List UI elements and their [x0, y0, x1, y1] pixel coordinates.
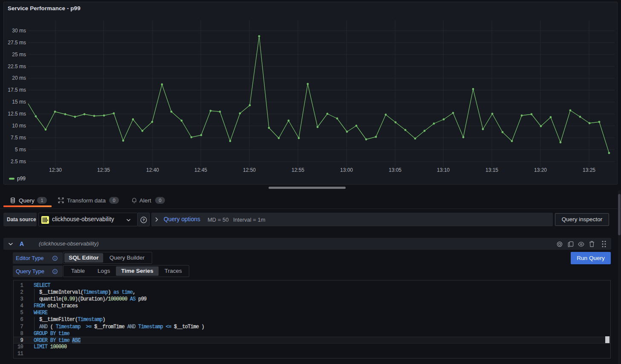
svg-text:30 ms: 30 ms: [12, 28, 26, 34]
svg-text:13:25: 13:25: [583, 167, 595, 173]
svg-text:13:05: 13:05: [389, 167, 401, 173]
svg-text:12:35: 12:35: [97, 167, 110, 173]
svg-text:20 ms: 20 ms: [12, 75, 26, 81]
svg-text:?: ?: [142, 217, 145, 222]
svg-text:12:30: 12:30: [49, 167, 62, 173]
svg-text:13:00: 13:00: [340, 167, 353, 173]
svg-text:p99: p99: [17, 176, 26, 182]
svg-text:13:15: 13:15: [485, 167, 498, 173]
svg-text:12:45: 12:45: [194, 167, 207, 173]
svg-text:12:50: 12:50: [243, 167, 256, 173]
svg-text:17.5 ms: 17.5 ms: [8, 87, 26, 93]
svg-text:13:20: 13:20: [534, 167, 547, 173]
svg-text:12:40: 12:40: [146, 167, 159, 173]
svg-text:22.5 ms: 22.5 ms: [8, 64, 26, 69]
svg-text:12.5 ms: 12.5 ms: [8, 111, 26, 117]
svg-text:27.5 ms: 27.5 ms: [8, 40, 26, 46]
svg-text:12:55: 12:55: [292, 167, 304, 173]
svg-text:5 ms: 5 ms: [15, 147, 26, 153]
svg-text:7.5 ms: 7.5 ms: [11, 135, 26, 141]
svg-text:15 ms: 15 ms: [12, 99, 26, 105]
svg-text:2.5 ms: 2.5 ms: [11, 159, 26, 165]
svg-text:13:10: 13:10: [437, 167, 450, 173]
svg-text:10 ms: 10 ms: [12, 123, 26, 129]
svg-text:25 ms: 25 ms: [12, 52, 26, 58]
